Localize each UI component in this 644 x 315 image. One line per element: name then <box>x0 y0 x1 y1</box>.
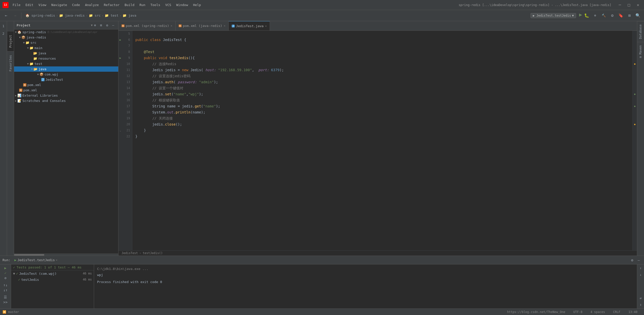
menu-vcs[interactable]: VCS <box>163 3 173 7</box>
run-play-button[interactable]: ▶ <box>2 266 9 270</box>
tree-item-pom2[interactable]: m pom.xml <box>14 88 118 93</box>
tree-item-scratches[interactable]: ▶ 📝 Scratches and Consoles <box>14 98 118 103</box>
tree-item-resources[interactable]: 📁 resources <box>14 56 118 61</box>
tree-item-src[interactable]: ▼ 📁 src <box>14 40 118 45</box>
run-config-dropdown[interactable]: ▶ JedisTest.testJedis ▼ <box>531 13 576 18</box>
bottom-right-wrap[interactable]: ⇄ <box>638 295 643 301</box>
menu-navigate[interactable]: Navigate <box>49 3 69 7</box>
locate-file-button[interactable]: ⊕ <box>93 23 98 28</box>
tab-pom-spring-redis[interactable]: m pom.xml (spring-redis) ✕ <box>118 21 176 30</box>
arrow-spring-redis: ▼ <box>15 31 17 33</box>
tab-icon-pom1: m <box>122 24 125 27</box>
right-tab-database[interactable]: Database <box>637 21 644 42</box>
tree-item-com-wpj[interactable]: ▼ 📦 com.wpj <box>14 72 118 77</box>
run-sort-desc-button[interactable]: ↓↑ <box>2 288 9 292</box>
breadcrumb-testjedis[interactable]: testJedis() <box>143 251 163 255</box>
back-button[interactable]: ← <box>2 12 10 20</box>
tab-pom-java-redis[interactable]: m pom.xml (java-redis) ✕ <box>176 21 229 30</box>
panel-close-button[interactable]: – <box>111 23 116 28</box>
bottom-right-down[interactable]: ↓ <box>638 272 643 278</box>
tree-item-spring-redis[interactable]: ▼ 🏠 spring-redis E:\codeDevelop\ideaDeve… <box>14 29 118 35</box>
forward-button[interactable]: → <box>11 12 19 20</box>
run-tab-close[interactable]: ✕ <box>56 258 58 262</box>
run-gutter-6[interactable]: ▶ <box>119 38 121 42</box>
expand-all-button[interactable]: ⊞ <box>99 23 104 28</box>
tab-favorites[interactable]: Favorites <box>7 51 14 75</box>
run-check-button[interactable]: ✓ <box>2 271 9 275</box>
menu-analyze[interactable]: Analyze <box>83 3 101 7</box>
run-green-button[interactable]: ▶ <box>579 12 582 20</box>
breadcrumb-src[interactable]: 📁 src <box>89 14 101 17</box>
terminal-button[interactable]: ⊞ <box>625 12 633 20</box>
menu-edit[interactable]: Edit <box>23 3 35 7</box>
run-settings-button[interactable]: ⚙ <box>629 257 635 263</box>
run-stop-button[interactable]: ⊘ <box>2 276 9 280</box>
fold-gutter-21[interactable]: ⌄ <box>119 129 121 132</box>
code-content[interactable]: public class JedisTest { @Test public vo… <box>132 31 632 250</box>
debug-button[interactable]: 🐛 <box>583 12 591 20</box>
structure-icon[interactable]: 2 <box>1 31 6 36</box>
project-scrollbar-thumb[interactable] <box>14 254 44 256</box>
run-more-button[interactable]: >> <box>2 300 9 304</box>
build-button[interactable]: 🔨 <box>600 12 608 20</box>
project-toggle-icon[interactable]: 1 <box>1 23 6 29</box>
menu-tools[interactable]: Tools <box>148 3 162 7</box>
right-tab-maven[interactable]: m Maven <box>637 42 644 61</box>
label-pom2: pom.xml <box>23 88 37 92</box>
tab-project[interactable]: Project <box>7 31 14 51</box>
tree-item-java-redis[interactable]: ▼ 📦 java-redis <box>14 35 118 40</box>
menu-file[interactable]: File <box>11 3 22 7</box>
tree-item-java-main[interactable]: 📂 java <box>14 51 118 56</box>
project-scrollbar[interactable] <box>14 254 118 256</box>
menu-view[interactable]: View <box>36 3 48 7</box>
project-dropdown-arrow[interactable]: ▼ <box>91 24 93 27</box>
run-tab-jedistest[interactable]: ▶ JedisTest.testJedis ✕ <box>12 258 59 262</box>
menu-bar[interactable]: File Edit View Navigate Code Analyze Ref… <box>11 3 454 7</box>
tab-close-jedistest[interactable]: ✕ <box>265 24 267 28</box>
minimize-button[interactable]: ─ <box>616 2 623 9</box>
tab-close-pom2[interactable]: ✕ <box>224 24 225 27</box>
tree-item-test[interactable]: ▼ 📁 test <box>14 61 118 66</box>
menu-help[interactable]: Help <box>191 3 203 7</box>
bookmark-button[interactable]: 🔖 <box>617 12 625 20</box>
maximize-button[interactable]: □ <box>625 2 632 9</box>
run-sort-asc-button[interactable]: ↑↓ <box>2 283 9 287</box>
menu-run[interactable]: Run <box>137 3 147 7</box>
breadcrumb-spring-redis[interactable]: 🏠 spring-redis <box>25 14 55 17</box>
breadcrumb-jedistest[interactable]: JedisTest <box>122 251 138 255</box>
breadcrumb-java[interactable]: 📁 java <box>123 14 136 17</box>
code-line-19: // 关闭连接 <box>135 115 632 121</box>
bottom-right-up[interactable]: ↑ <box>638 265 643 271</box>
menu-window[interactable]: Window <box>174 3 190 7</box>
run-minimize-button[interactable]: – <box>636 257 641 263</box>
tree-item-main[interactable]: ▼ 📁 main <box>14 45 118 51</box>
output-line-2: wpj <box>97 272 634 278</box>
close-button[interactable]: ✕ <box>634 2 641 9</box>
label-java-redis: java-redis <box>26 35 46 39</box>
tree-item-pom1[interactable]: m pom.xml <box>14 82 118 88</box>
tree-item-java-test[interactable]: ▼ 📂 java <box>14 66 118 72</box>
menu-build[interactable]: Build <box>123 3 136 7</box>
line-17: 17 <box>118 103 132 109</box>
toolbar-separator-1 <box>21 13 21 19</box>
tab-jedistest[interactable]: J JedisTest.java ✕ <box>229 21 270 30</box>
window-controls[interactable]: ─ □ ✕ <box>616 2 641 9</box>
menu-refactor[interactable]: Refactor <box>102 3 122 7</box>
run-gutter-9[interactable]: ▶ <box>119 56 121 60</box>
bottom-right-scroll[interactable]: ↧ <box>638 302 643 307</box>
breadcrumb-test[interactable]: 📁 test <box>105 14 118 17</box>
menu-code[interactable]: Code <box>70 3 82 7</box>
breadcrumb-java-redis[interactable]: 📁 java-redis <box>59 14 85 17</box>
tree-item-extlibs[interactable]: ▶ 📊 External Libraries <box>14 93 118 98</box>
run-filter-button[interactable]: ☰ <box>2 295 9 299</box>
tab-close-pom1[interactable]: ✕ <box>171 24 172 27</box>
settings-run-button[interactable]: ⚙ <box>608 12 616 20</box>
run-with-coverage-button[interactable]: ⊕ <box>591 12 599 20</box>
label-com-wpj: com.wpj <box>45 72 58 76</box>
search-everywhere-button[interactable]: 🔍 <box>634 12 642 20</box>
panel-settings-button[interactable]: ⚙ <box>105 23 110 28</box>
tree-item-jedistest[interactable]: J JedisTest <box>14 77 118 82</box>
line-12: 12 <box>118 73 132 79</box>
run-tree-testjedis[interactable]: ✓ testJedis 46 ms <box>11 277 94 283</box>
run-tree-jedistest[interactable]: ▼ ✓ JedisTest (com.wpj) 46 ms <box>11 270 94 277</box>
